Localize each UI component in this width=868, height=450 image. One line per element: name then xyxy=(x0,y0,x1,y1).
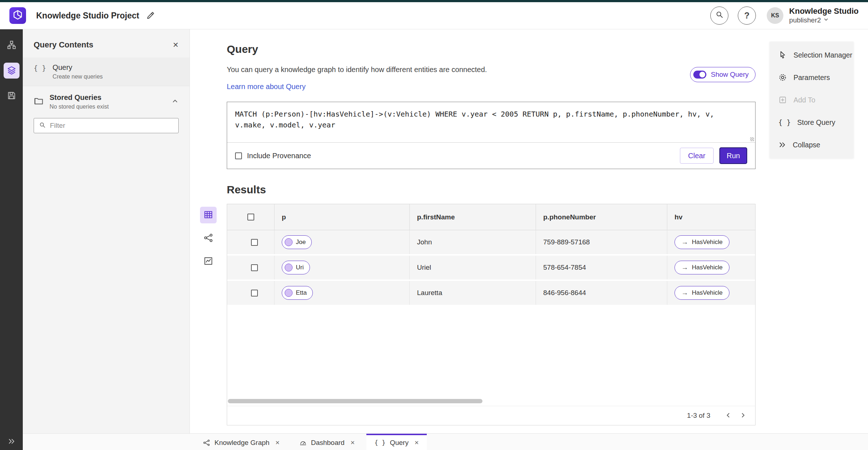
account-info[interactable]: Knowledge Studio publisher2 xyxy=(789,7,859,24)
document-tab-bar: Knowledge Graph ✕ Dashboard ✕ { } Query … xyxy=(23,433,868,450)
rail-project-tree-button[interactable] xyxy=(4,37,20,53)
learn-more-link[interactable]: Learn more about Query xyxy=(227,83,306,91)
row-checkbox[interactable] xyxy=(251,239,258,246)
next-page-button[interactable] xyxy=(736,408,750,423)
column-header-hv[interactable]: hv xyxy=(667,204,755,230)
add-to-item: Add To xyxy=(770,89,854,111)
user-role: publisher2 xyxy=(789,16,821,25)
question-icon: ? xyxy=(744,10,750,21)
stored-queries-label: Stored Queries xyxy=(50,93,166,102)
results-table-card: p p.firstName p.phoneNumber hv Joe xyxy=(227,204,756,425)
tab-label: Dashboard xyxy=(311,439,345,447)
stored-queries-sublabel: No stored queries exist xyxy=(50,104,166,110)
row-checkbox[interactable] xyxy=(251,264,258,271)
relationship-pill[interactable]: → HasVehicle xyxy=(675,261,729,274)
row-checkbox[interactable] xyxy=(251,290,258,297)
search-icon xyxy=(715,10,723,21)
p-cell: Uri xyxy=(275,256,410,279)
query-contents-panel: Query Contents ✕ { } Query Create new qu… xyxy=(23,29,190,433)
node-dot-icon xyxy=(285,238,293,246)
table-row[interactable]: Uri Uriel 578-654-7854 → HasVehicle xyxy=(227,256,755,281)
select-all-checkbox[interactable] xyxy=(247,214,254,220)
close-icon[interactable]: ✕ xyxy=(350,440,355,446)
close-icon[interactable]: ✕ xyxy=(275,440,280,446)
query-tools-panel: Selection Manager Parameters Add To xyxy=(770,42,854,158)
parameters-item[interactable]: Parameters xyxy=(770,66,854,89)
query-card: MATCH (p:Person)-[hv:HasVehicle]->(v:Veh… xyxy=(227,102,756,169)
hv-cell: → HasVehicle xyxy=(667,256,755,279)
folder-icon xyxy=(34,96,44,108)
relationship-pill[interactable]: → HasVehicle xyxy=(675,235,729,249)
filter-field xyxy=(34,118,179,133)
graph-view-button[interactable] xyxy=(200,230,217,247)
search-button[interactable] xyxy=(710,7,728,25)
rail-save-button[interactable] xyxy=(4,88,20,104)
firstname-cell: Uriel xyxy=(410,256,536,279)
include-provenance-checkbox[interactable] xyxy=(235,152,242,159)
product-name: Knowledge Studio xyxy=(789,7,859,16)
node-label: Uri xyxy=(296,264,304,271)
pagination-bar: 1-3 of 3 xyxy=(227,406,755,425)
edit-title-button[interactable] xyxy=(146,11,155,21)
chevrons-right-icon xyxy=(778,141,786,149)
horizontal-scrollbar[interactable] xyxy=(228,399,482,403)
tab-dashboard[interactable]: Dashboard ✕ xyxy=(292,434,363,450)
row-checkbox-cell xyxy=(227,281,275,305)
page-description: You can query a knowledge graph to ident… xyxy=(227,66,756,74)
table-view-button[interactable] xyxy=(200,207,217,223)
column-header-firstname[interactable]: p.firstName xyxy=(410,204,536,230)
chevron-down-icon xyxy=(823,16,829,25)
filter-input[interactable] xyxy=(50,122,173,130)
app-logo[interactable] xyxy=(9,7,26,24)
collapse-section-button[interactable] xyxy=(171,98,179,106)
relationship-pill[interactable]: → HasVehicle xyxy=(675,286,729,300)
rail-layers-button[interactable] xyxy=(4,63,20,79)
hv-cell: → HasVehicle xyxy=(667,230,755,254)
tab-query[interactable]: { } Query ✕ xyxy=(366,434,427,450)
query-list-item[interactable]: { } Query Create new queries xyxy=(23,58,190,86)
main-content: Query You can query a knowledge graph to… xyxy=(190,29,868,433)
previous-page-button[interactable] xyxy=(721,408,736,423)
close-icon: ✕ xyxy=(173,41,179,49)
stored-queries-texts: Stored Queries No stored queries exist xyxy=(50,93,166,110)
tab-knowledge-graph[interactable]: Knowledge Graph ✕ xyxy=(195,434,288,450)
query-editor[interactable]: MATCH (p:Person)-[hv:HasVehicle]->(v:Veh… xyxy=(227,102,755,143)
query-item-texts: Query Create new queries xyxy=(52,63,103,80)
table-row[interactable]: Etta Lauretta 846-956-8644 → HasVehicle xyxy=(227,281,755,306)
query-item-label: Query xyxy=(52,63,103,72)
query-page: Query You can query a knowledge graph to… xyxy=(190,29,868,433)
tool-label: Collapse xyxy=(793,141,820,149)
tool-label: Store Query xyxy=(797,118,835,127)
show-query-label: Show Query xyxy=(711,71,749,79)
results-heading: Results xyxy=(227,184,756,196)
close-icon[interactable]: ✕ xyxy=(414,440,419,446)
column-header-phonenumber[interactable]: p.phoneNumber xyxy=(536,204,667,230)
selection-manager-item[interactable]: Selection Manager xyxy=(770,44,854,66)
app-window: Knowledge Studio Project ? KS Knowledge … xyxy=(0,0,868,450)
node-pill[interactable]: Etta xyxy=(282,286,313,300)
panel-close-button[interactable]: ✕ xyxy=(173,41,179,49)
hexagon-logo-icon xyxy=(12,9,23,22)
hv-cell: → HasVehicle xyxy=(667,281,755,305)
column-header-p[interactable]: p xyxy=(275,204,410,230)
avatar[interactable]: KS xyxy=(767,7,783,24)
help-button[interactable]: ? xyxy=(738,7,756,25)
node-pill[interactable]: Joe xyxy=(282,235,312,249)
show-query-toggle[interactable]: Show Query xyxy=(690,67,756,82)
arrow-right-icon: → xyxy=(681,264,688,272)
stored-queries-section[interactable]: Stored Queries No stored queries exist xyxy=(23,86,190,114)
add-to-icon xyxy=(778,96,787,104)
table-row[interactable]: Joe John 759-889-57168 → HasVehicle xyxy=(227,230,755,256)
relationship-label: HasVehicle xyxy=(692,264,723,271)
collapse-panel-item[interactable]: Collapse xyxy=(770,134,854,156)
store-query-item[interactable]: { } Store Query xyxy=(770,111,854,134)
clear-button[interactable]: Clear xyxy=(680,148,714,164)
results-zone: p p.firstName p.phoneNumber hv Joe xyxy=(227,204,756,425)
arrow-right-icon: → xyxy=(681,289,688,297)
chart-view-button[interactable] xyxy=(200,253,217,270)
node-pill[interactable]: Uri xyxy=(282,261,310,274)
rail-expand-button[interactable] xyxy=(0,437,23,446)
phonenumber-cell: 846-956-8644 xyxy=(536,281,667,305)
query-actions-bar: Include Provenance Clear Run xyxy=(227,143,755,169)
run-button[interactable]: Run xyxy=(719,147,747,164)
